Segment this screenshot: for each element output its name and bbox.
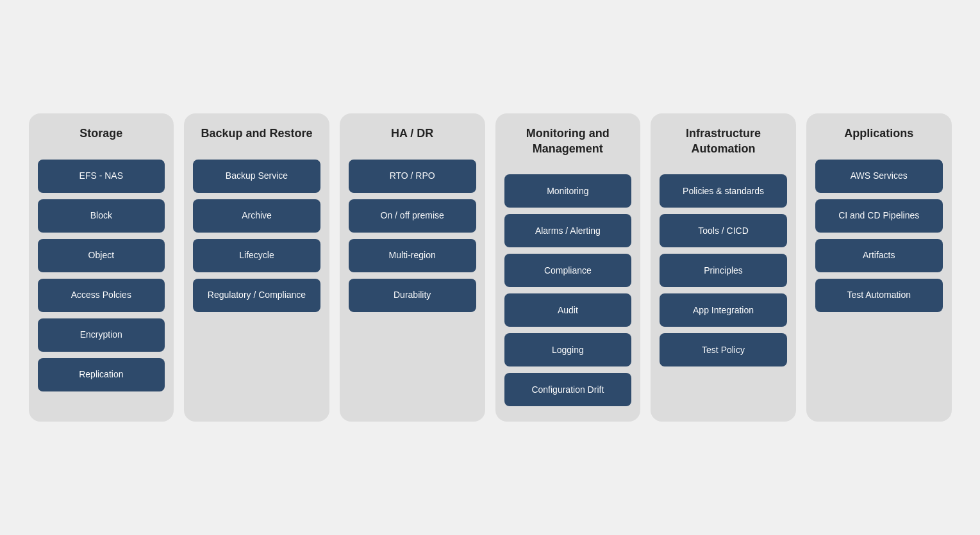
item-card-backup-restore-1: Archive <box>193 199 320 233</box>
item-card-storage-1: Block <box>38 199 165 233</box>
column-monitoring-management: Monitoring and ManagementMonitoringAlarm… <box>495 113 641 422</box>
column-title-storage: Storage <box>77 126 125 141</box>
item-card-monitoring-management-5: Configuration Drift <box>504 373 632 406</box>
item-card-infrastructure-automation-1: Tools / CICD <box>660 214 787 247</box>
item-card-applications-0: AWS Services <box>815 160 943 193</box>
item-card-applications-2: Artifacts <box>815 239 943 272</box>
item-card-ha-dr-3: Durability <box>349 279 476 312</box>
item-card-storage-4: Encryption <box>38 318 165 352</box>
item-card-backup-restore-0: Backup Service <box>193 160 320 193</box>
item-card-infrastructure-automation-2: Principles <box>660 254 787 287</box>
item-card-infrastructure-automation-3: App Integration <box>660 293 787 327</box>
item-card-backup-restore-2: Lifecycle <box>193 239 320 272</box>
item-card-monitoring-management-2: Compliance <box>504 254 632 287</box>
item-card-ha-dr-0: RTO / RPO <box>349 160 476 193</box>
item-card-ha-dr-2: Multi-region <box>349 239 476 272</box>
items-list-infrastructure-automation: Policies & standardsTools / CICDPrincipl… <box>660 174 787 366</box>
items-list-storage: EFS - NASBlockObjectAccess PolciesEncryp… <box>38 160 165 391</box>
items-list-monitoring-management: MonitoringAlarms / AlertingComplianceAud… <box>504 174 632 406</box>
column-applications: ApplicationsAWS ServicesCI and CD Pipeli… <box>806 113 952 422</box>
column-title-ha-dr: HA / DR <box>388 126 436 141</box>
item-card-monitoring-management-3: Audit <box>504 293 632 327</box>
column-backup-restore: Backup and RestoreBackup ServiceArchiveL… <box>184 113 329 422</box>
item-card-applications-1: CI and CD Pipelines <box>815 199 943 233</box>
items-list-applications: AWS ServicesCI and CD PipelinesArtifacts… <box>815 160 943 312</box>
column-title-backup-restore: Backup and Restore <box>198 126 315 141</box>
items-list-ha-dr: RTO / RPOOn / off premiseMulti-regionDur… <box>349 160 476 312</box>
column-title-infrastructure-automation: Infrastructure Automation <box>660 126 787 156</box>
item-card-monitoring-management-4: Logging <box>504 333 632 366</box>
item-card-applications-3: Test Automation <box>815 279 943 312</box>
item-card-monitoring-management-0: Monitoring <box>504 174 632 208</box>
item-card-infrastructure-automation-4: Test Policy <box>660 333 787 366</box>
item-card-backup-restore-3: Regulatory / Compliance <box>193 279 320 312</box>
item-card-infrastructure-automation-0: Policies & standards <box>660 174 787 208</box>
column-storage: StorageEFS - NASBlockObjectAccess Polcie… <box>29 113 174 422</box>
item-card-ha-dr-1: On / off premise <box>349 199 476 233</box>
item-card-storage-3: Access Polcies <box>38 279 165 312</box>
column-ha-dr: HA / DRRTO / RPOOn / off premiseMulti-re… <box>340 113 485 422</box>
item-card-storage-5: Replication <box>38 358 165 391</box>
column-infrastructure-automation: Infrastructure AutomationPolicies & stan… <box>651 113 796 422</box>
item-card-storage-0: EFS - NAS <box>38 160 165 193</box>
item-card-monitoring-management-1: Alarms / Alerting <box>504 214 632 247</box>
column-title-monitoring-management: Monitoring and Management <box>504 126 632 156</box>
diagram: StorageEFS - NASBlockObjectAccess Polcie… <box>16 101 965 434</box>
item-card-storage-2: Object <box>38 239 165 272</box>
column-title-applications: Applications <box>842 126 916 141</box>
items-list-backup-restore: Backup ServiceArchiveLifecycleRegulatory… <box>193 160 320 312</box>
